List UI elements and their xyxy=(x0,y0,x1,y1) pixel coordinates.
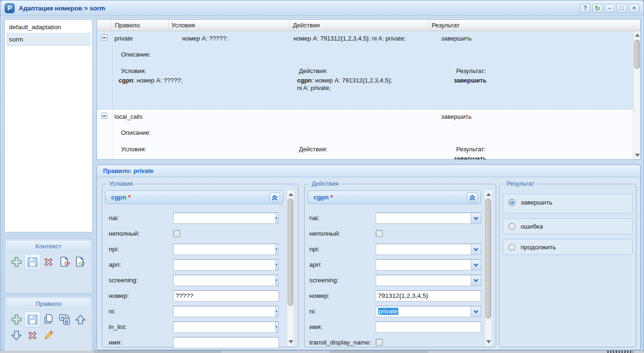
delete-context-button[interactable] xyxy=(40,254,56,270)
column-header-Результат[interactable]: Результат xyxy=(429,20,640,31)
help-button[interactable]: ? xyxy=(580,4,590,13)
text-field[interactable]: ????? xyxy=(173,290,279,302)
checkbox[interactable] xyxy=(376,230,383,237)
edit-pencil-icon[interactable] xyxy=(80,35,88,43)
text-field[interactable]: 791312{1,2,3,4,5} xyxy=(376,290,481,302)
maximize-button[interactable]: □ xyxy=(617,4,627,13)
minimize-button[interactable]: – xyxy=(604,4,615,13)
field-label: имя: xyxy=(105,339,173,346)
dropdown-trigger[interactable] xyxy=(471,275,481,286)
rule-name: local_calls xyxy=(114,113,143,120)
rule-toolbar-buttons xyxy=(5,310,92,345)
context-item-default_adaptation[interactable]: default_adaptation xyxy=(6,21,91,33)
edit-pencil-icon[interactable] xyxy=(80,23,88,31)
save-rule-button[interactable] xyxy=(24,312,40,328)
close-button[interactable]: × xyxy=(629,4,639,13)
dropdown-trigger[interactable] xyxy=(275,244,278,254)
text-field[interactable] xyxy=(173,337,279,348)
combo-field[interactable] xyxy=(376,259,481,271)
combo-field[interactable] xyxy=(173,306,279,317)
combo-field[interactable] xyxy=(173,259,279,271)
scroll-down-icon[interactable] xyxy=(289,340,293,344)
move-rule-up-button[interactable] xyxy=(72,312,89,328)
scrollbar-thumb[interactable] xyxy=(288,198,293,306)
collapse-row-icon[interactable] xyxy=(101,113,107,119)
context-item-sorm[interactable]: sorm xyxy=(6,33,91,46)
dropdown-trigger[interactable] xyxy=(471,306,481,317)
result-option-ошибка[interactable]: ошибка xyxy=(503,218,633,234)
field-row-ni: ni: xyxy=(105,304,283,319)
export-context-button[interactable] xyxy=(72,254,89,270)
column-header-expand[interactable] xyxy=(97,20,112,31)
conditions-scrollbar[interactable] xyxy=(287,190,294,346)
result-option-продолжить[interactable]: продолжить xyxy=(503,239,633,255)
save-icon xyxy=(26,313,39,326)
radio-button[interactable] xyxy=(508,199,515,206)
scroll-down-icon[interactable] xyxy=(486,340,491,344)
scroll-up-icon[interactable] xyxy=(289,193,293,196)
collapse-button[interactable] xyxy=(467,192,478,202)
scroll-up-icon[interactable] xyxy=(635,33,640,37)
chevron-down-icon xyxy=(473,262,479,268)
combo-field[interactable] xyxy=(173,275,279,286)
scroll-down-icon[interactable] xyxy=(635,154,640,157)
actions-group-header[interactable]: cgpn * xyxy=(307,190,481,204)
text-field[interactable] xyxy=(376,321,481,333)
combo-field[interactable] xyxy=(376,213,481,224)
field-row-nai: nai: xyxy=(105,210,283,226)
edit-rule-button[interactable] xyxy=(40,328,56,344)
field-row-неполный: неполный: xyxy=(307,226,481,241)
result-option-завершить[interactable]: завершить xyxy=(503,194,633,213)
field-label: apri: xyxy=(307,261,376,268)
dropdown-trigger[interactable] xyxy=(275,322,278,332)
rename-rule-button[interactable] xyxy=(56,312,72,328)
dropdown-trigger[interactable] xyxy=(471,260,481,270)
collapse-row-icon[interactable] xyxy=(101,34,107,41)
delete-rule-button[interactable] xyxy=(24,328,40,344)
dropdown-trigger[interactable] xyxy=(275,275,278,286)
chevron-down-icon xyxy=(275,309,278,314)
dropdown-trigger[interactable] xyxy=(275,213,278,223)
dropdown-trigger[interactable] xyxy=(275,306,278,317)
combo-field[interactable] xyxy=(173,213,279,224)
conditions-group-header[interactable]: cgpn * xyxy=(105,190,283,204)
combo-field[interactable] xyxy=(173,244,279,255)
column-header-Действия[interactable]: Действия xyxy=(290,20,429,31)
rule-row-local_calls[interactable]: local_callsзавершитьОписание:Условия:Дей… xyxy=(97,109,633,160)
combo-field[interactable] xyxy=(376,275,481,286)
combo-field[interactable] xyxy=(376,244,481,255)
collapse-button[interactable] xyxy=(269,192,280,202)
radio-button[interactable] xyxy=(508,223,515,230)
column-header-Правило[interactable]: Правило xyxy=(112,20,169,31)
chevron-down-icon xyxy=(473,215,479,222)
group-title: cgpn xyxy=(111,194,126,201)
chevron-down-icon xyxy=(275,324,278,330)
rename-icon xyxy=(58,313,71,326)
scroll-up-icon[interactable] xyxy=(486,193,491,196)
add-rule-button[interactable] xyxy=(8,312,24,328)
dropdown-trigger[interactable] xyxy=(471,213,481,223)
move-rule-down-button[interactable] xyxy=(8,328,24,344)
checkbox[interactable] xyxy=(376,339,383,346)
combo-field[interactable]: private xyxy=(376,306,481,317)
scrollbar-thumb[interactable] xyxy=(634,40,640,69)
rules-table-scrollbar[interactable] xyxy=(633,31,640,159)
scrollbar-thumb[interactable] xyxy=(485,198,491,319)
save-context-button[interactable] xyxy=(24,254,40,270)
actions-scrollbar[interactable] xyxy=(484,190,491,346)
dropdown-trigger[interactable] xyxy=(275,260,278,270)
copy-rule-button[interactable] xyxy=(40,312,56,328)
dropdown-trigger[interactable] xyxy=(471,244,481,254)
refresh-button[interactable]: ↻ xyxy=(592,4,603,13)
window-titlebar[interactable]: P Адаптация номеров > sorm ?↻–□× xyxy=(0,0,644,16)
import-context-button[interactable] xyxy=(56,254,72,270)
plus-icon xyxy=(10,313,23,326)
column-header-Условия[interactable]: Условия xyxy=(169,20,290,31)
combo-field[interactable] xyxy=(173,321,279,333)
radio-button[interactable] xyxy=(508,244,515,251)
field-row-имя: имя: xyxy=(105,335,283,350)
rule-row-private[interactable]: privateномер А: ?????;номер А: 791312{1,… xyxy=(97,31,633,109)
checkbox[interactable] xyxy=(173,230,180,237)
add-context-button[interactable] xyxy=(8,254,24,270)
actions-fieldset: Действия cgpn * nai:неполный:npi:apri:sc… xyxy=(304,184,496,347)
